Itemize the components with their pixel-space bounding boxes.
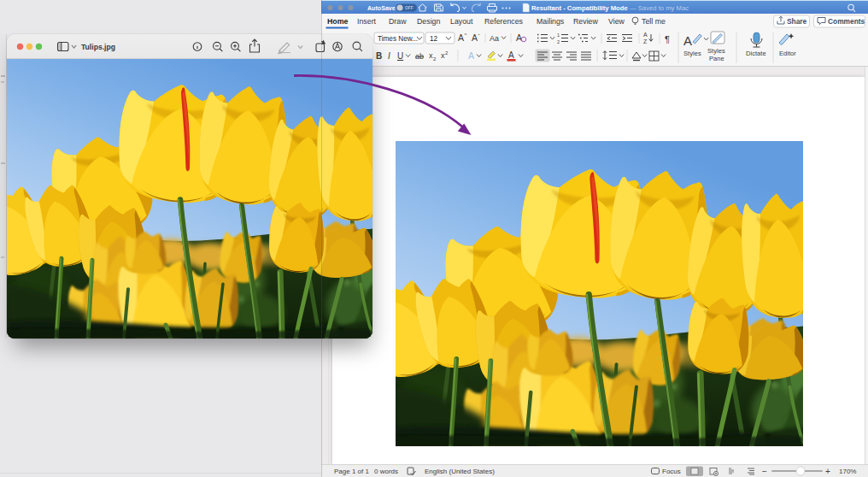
svg-text:Styles: Styles (707, 47, 725, 55)
svg-text:Insert: Insert (357, 17, 377, 26)
svg-text:OFF: OFF (405, 6, 413, 10)
svg-text:Home: Home (327, 17, 349, 26)
svg-text:Layout: Layout (450, 17, 473, 26)
svg-text:Review: Review (573, 17, 598, 26)
svg-text:2: 2 (445, 50, 449, 56)
svg-text:Dictate: Dictate (746, 50, 766, 57)
svg-text:Mailings: Mailings (537, 17, 565, 26)
svg-text:12: 12 (430, 35, 438, 43)
svg-text:A: A (508, 50, 514, 60)
svg-text:ab: ab (415, 52, 424, 61)
svg-text:Share: Share (787, 17, 807, 26)
svg-text:Z: Z (643, 38, 648, 44)
svg-text:2: 2 (433, 56, 437, 62)
svg-text:B: B (376, 51, 382, 61)
svg-text:A: A (468, 50, 474, 61)
svg-text:1: 1 (557, 32, 560, 38)
svg-text:A: A (472, 32, 478, 43)
svg-text:A: A (683, 33, 692, 48)
svg-text:Aa: Aa (490, 34, 499, 43)
svg-text:¶: ¶ (665, 34, 670, 44)
svg-text:+: + (825, 467, 830, 476)
svg-text:Times New...: Times New... (378, 35, 418, 43)
svg-text:Tell me: Tell me (642, 17, 666, 26)
svg-text:Tulips.jpg: Tulips.jpg (81, 43, 115, 51)
svg-text:Design: Design (417, 17, 440, 26)
svg-text:A: A (458, 32, 464, 43)
svg-text:Pane: Pane (709, 55, 724, 62)
svg-text:U: U (397, 51, 403, 61)
svg-text:A: A (643, 32, 648, 38)
svg-text:0 words: 0 words (374, 468, 398, 475)
svg-text:170%: 170% (839, 468, 856, 475)
svg-text:^: ^ (465, 32, 467, 38)
svg-text:Page 1 of 1: Page 1 of 1 (334, 468, 369, 475)
svg-text:A: A (516, 32, 522, 43)
svg-text:References: References (484, 17, 524, 26)
svg-text:−: − (762, 467, 767, 476)
svg-text:AutoSave: AutoSave (367, 5, 396, 12)
svg-text:Focus: Focus (662, 468, 681, 475)
svg-text:Comments: Comments (828, 17, 865, 26)
svg-text:Styles: Styles (683, 50, 701, 57)
svg-text:I: I (388, 51, 390, 61)
svg-text:Editor: Editor (779, 50, 796, 57)
svg-text:Resultant - Compatibility Mo: Resultant - Compatibility Mode — Saved t… (531, 4, 689, 12)
svg-text:English (United States): English (United States) (425, 468, 495, 475)
svg-text:View: View (608, 17, 625, 26)
svg-text:Draw: Draw (389, 17, 407, 26)
svg-text:ˇ: ˇ (478, 33, 480, 38)
svg-text:2: 2 (557, 39, 560, 44)
